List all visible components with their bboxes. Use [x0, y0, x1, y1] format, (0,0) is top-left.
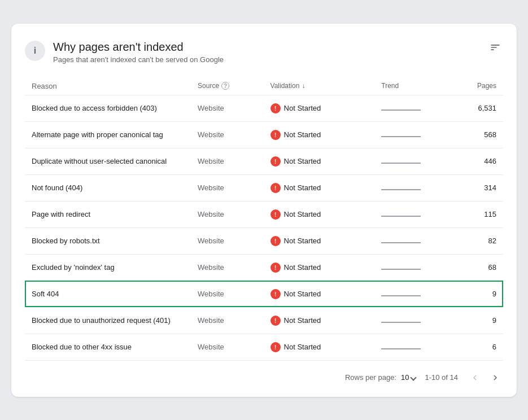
table-row[interactable]: Blocked by robots.txtWebsite ! Not Start…: [25, 228, 503, 254]
page-range: 1-10 of 14: [425, 373, 458, 382]
warning-icon: !: [270, 289, 281, 299]
info-icon: i: [25, 41, 45, 61]
reason-cell: Not found (404): [25, 174, 191, 201]
warning-icon: !: [270, 262, 281, 273]
trend-line: [381, 322, 421, 323]
table-row[interactable]: Duplicate without user-selected canonica…: [25, 148, 503, 174]
trend-line: [381, 295, 421, 296]
rows-per-page-select[interactable]: 10: [401, 373, 416, 382]
next-page-button[interactable]: [487, 370, 503, 386]
validation-cell[interactable]: ! Not Started: [264, 254, 375, 281]
validation-status: Not Started: [284, 183, 321, 192]
header-left: i Why pages aren't indexed Pages that ar…: [25, 40, 224, 64]
chevron-down-icon: [411, 374, 417, 380]
trend-header: Trend: [374, 77, 458, 95]
source-cell: Website: [191, 121, 264, 148]
validation-cell[interactable]: ! Not Started: [264, 121, 375, 148]
source-help-icon[interactable]: ?: [221, 82, 229, 90]
pages-cell: 314: [459, 174, 503, 201]
source-cell: Website: [191, 254, 264, 281]
table-row[interactable]: Soft 404Website ! Not Started 9: [25, 281, 503, 307]
warning-icon: !: [270, 316, 281, 326]
pages-cell: 568: [459, 121, 503, 148]
validation-header[interactable]: Validation ↓: [264, 77, 375, 95]
pages-cell: 115: [459, 201, 503, 228]
table-row[interactable]: Blocked due to other 4xx issueWebsite ! …: [25, 334, 503, 360]
validation-status: Not Started: [284, 210, 321, 218]
validation-cell[interactable]: ! Not Started: [264, 201, 375, 228]
validation-status: Not Started: [284, 130, 321, 139]
reason-cell: Blocked due to unauthorized request (401…: [25, 307, 191, 334]
reason-cell: Excluded by 'noindex' tag: [25, 254, 191, 281]
source-cell: Website: [191, 228, 264, 254]
reason-cell: Blocked due to access forbidden (403): [25, 95, 191, 121]
warning-icon: !: [270, 342, 281, 352]
trend-line: [381, 136, 421, 137]
table-row[interactable]: Not found (404)Website ! Not Started 314: [25, 174, 503, 201]
source-cell: Website: [191, 201, 264, 228]
table-row[interactable]: Blocked due to unauthorized request (401…: [25, 307, 503, 334]
table-row[interactable]: Alternate page with proper canonical tag…: [25, 121, 503, 148]
reason-cell: Soft 404: [25, 281, 191, 307]
reason-cell: Blocked due to other 4xx issue: [25, 334, 191, 360]
pages-cell: 9: [459, 307, 503, 334]
trend-cell: [374, 307, 458, 334]
trend-line: [381, 269, 421, 270]
trend-cell: [374, 148, 458, 174]
main-card: i Why pages aren't indexed Pages that ar…: [11, 24, 517, 397]
reason-header: Reason: [25, 77, 191, 95]
trend-cell: [374, 228, 458, 254]
pages-cell: 6,531: [459, 95, 503, 121]
validation-cell[interactable]: ! Not Started: [264, 307, 375, 334]
trend-cell: [374, 121, 458, 148]
card-header: i Why pages aren't indexed Pages that ar…: [25, 40, 503, 64]
source-header: Source ?: [191, 77, 264, 95]
validation-cell[interactable]: ! Not Started: [264, 334, 375, 360]
trend-line: [381, 216, 421, 217]
warning-icon: !: [270, 236, 281, 246]
reason-cell: Blocked by robots.txt: [25, 228, 191, 254]
validation-status: Not Started: [284, 104, 321, 112]
warning-icon: !: [270, 156, 281, 167]
pages-cell: 446: [459, 148, 503, 174]
table-header-row: Reason Source ? Validation ↓ Trend: [25, 77, 503, 95]
pagination: Rows per page: 10 1-10 of 14: [25, 370, 503, 386]
source-cell: Website: [191, 307, 264, 334]
source-cell: Website: [191, 148, 264, 174]
table-row[interactable]: Excluded by 'noindex' tagWebsite ! Not S…: [25, 254, 503, 281]
trend-cell: [374, 334, 458, 360]
warning-icon: !: [270, 103, 281, 113]
trend-cell: [374, 281, 458, 307]
validation-cell[interactable]: ! Not Started: [264, 174, 375, 201]
validation-status: Not Started: [284, 290, 321, 298]
trend-line: [381, 110, 421, 111]
pages-cell: 9: [459, 281, 503, 307]
reason-cell: Page with redirect: [25, 201, 191, 228]
rows-per-page-value: 10: [401, 373, 409, 382]
filter-icon[interactable]: [487, 40, 503, 58]
trend-cell: [374, 254, 458, 281]
page-title: Why pages aren't indexed: [53, 40, 224, 54]
header-text: Why pages aren't indexed Pages that aren…: [53, 40, 224, 64]
warning-icon: !: [270, 130, 281, 140]
table-row[interactable]: Blocked due to access forbidden (403)Web…: [25, 95, 503, 121]
validation-cell[interactable]: ! Not Started: [264, 95, 375, 121]
source-cell: Website: [191, 174, 264, 201]
validation-cell[interactable]: ! Not Started: [264, 148, 375, 174]
warning-icon: !: [270, 183, 281, 193]
validation-cell[interactable]: ! Not Started: [264, 281, 375, 307]
table-row[interactable]: Page with redirectWebsite ! Not Started …: [25, 201, 503, 228]
trend-cell: [374, 95, 458, 121]
validation-status: Not Started: [284, 237, 321, 245]
page-subtitle: Pages that aren't indexed can't be serve…: [53, 55, 224, 64]
reason-cell: Duplicate without user-selected canonica…: [25, 148, 191, 174]
prev-page-button[interactable]: [467, 370, 483, 386]
source-cell: Website: [191, 281, 264, 307]
validation-status: Not Started: [284, 316, 321, 325]
page-navigation: [467, 370, 503, 386]
sort-arrow-icon: ↓: [302, 82, 305, 90]
validation-cell[interactable]: ! Not Started: [264, 228, 375, 254]
rows-per-page-label: Rows per page:: [345, 373, 396, 382]
rows-per-page: Rows per page: 10: [345, 373, 416, 382]
trend-line: [381, 189, 421, 190]
